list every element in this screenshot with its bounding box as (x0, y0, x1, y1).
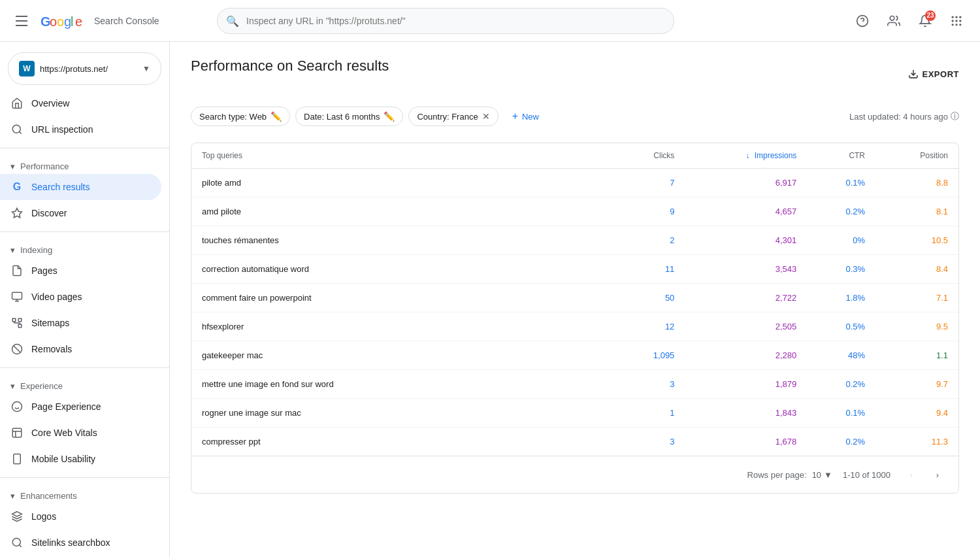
product-name-label: Search Console (94, 16, 159, 26)
cell-clicks: 3 (613, 370, 685, 399)
cell-query: pilote amd (191, 169, 613, 197)
filter-search-type-label: Search type: Web (199, 112, 267, 122)
sidebar-experience-section[interactable]: ▾ Experience (0, 373, 169, 394)
table-row[interactable]: touches rémanentes 2 4,301 0% 10.5 (191, 226, 958, 255)
apps-button[interactable] (943, 8, 970, 34)
rows-dropdown-arrow: ▼ (824, 470, 832, 480)
rows-per-page-select[interactable]: 10 ▼ (812, 470, 832, 480)
col-ctr[interactable]: CTR (807, 143, 875, 169)
file-icon (10, 264, 24, 277)
sidebar-item-pages[interactable]: Pages (0, 258, 161, 284)
cell-position: 8.4 (875, 255, 958, 284)
sidebar-item-logos[interactable]: Logos (0, 503, 161, 530)
google-g-icon: G (10, 180, 24, 194)
sidebar-item-search-results[interactable]: G Search results (0, 174, 161, 200)
filter-date[interactable]: Date: Last 6 months ✏️ (295, 107, 403, 126)
svg-point-9 (952, 16, 954, 18)
svg-rect-26 (18, 318, 22, 322)
cell-query: hfsexplorer (191, 312, 613, 341)
property-dropdown-arrow: ▼ (142, 64, 150, 73)
cell-query: amd pilote (191, 197, 613, 226)
svg-text:l: l (71, 14, 73, 29)
add-icon: + (512, 110, 518, 122)
sidebar-item-removals[interactable]: Removals (0, 336, 161, 362)
sidebar-item-sitelinks-searchbox[interactable]: Sitelinks searchbox (0, 530, 161, 556)
sidebar: W https://protuts.net/ ▼ Overview URL in… (0, 42, 170, 557)
enhancements-collapse-icon: ▾ (10, 491, 15, 501)
url-search-input[interactable] (217, 8, 674, 34)
table-row[interactable]: pilote amd 7 6,917 0.1% 8.8 (191, 169, 958, 197)
prev-page-button[interactable]: ‹ (901, 464, 922, 485)
sidebar-video-pages-label: Video pages (31, 292, 82, 302)
filter-search-type[interactable]: Search type: Web ✏️ (191, 107, 290, 126)
sidebar-item-discover[interactable]: Discover (0, 200, 161, 226)
sidebar-item-page-experience[interactable]: Page Experience (0, 394, 161, 420)
main-content: Performance on Search results EXPORT Sea… (170, 42, 980, 557)
nav-divider-3 (0, 367, 169, 368)
sidebar-item-core-web-vitals[interactable]: Core Web Vitals (0, 420, 161, 446)
cell-position: 7.1 (875, 284, 958, 312)
export-icon (908, 69, 919, 79)
country-remove-icon[interactable]: ✕ (482, 111, 490, 122)
col-impressions[interactable]: ↓ Impressions (685, 143, 807, 169)
col-position[interactable]: Position (875, 143, 958, 169)
table-row[interactable]: comment faire un powerpoint 50 2,722 1.8… (191, 284, 958, 312)
pagination: Rows per page: 10 ▼ 1-10 of 1000 ‹ › (191, 456, 958, 493)
cell-position: 9.7 (875, 370, 958, 399)
sidebar-item-url-inspection[interactable]: URL inspection (0, 116, 161, 143)
rows-per-page-label: Rows per page: (747, 470, 807, 480)
sidebar-pages-label: Pages (31, 265, 57, 276)
svg-point-16 (955, 24, 957, 25)
table-row[interactable]: mettre une image en fond sur word 3 1,87… (191, 370, 958, 399)
cell-ctr: 0.5% (807, 312, 875, 341)
notifications-button[interactable]: 23 (912, 8, 938, 34)
next-page-button[interactable]: › (927, 464, 948, 485)
video-icon (10, 290, 24, 303)
table-row[interactable]: rogner une image sur mac 1 1,843 0.1% 9.… (191, 399, 958, 428)
new-filter-label: New (522, 112, 539, 122)
cell-query: comment faire un powerpoint (191, 284, 613, 312)
cell-ctr: 0.3% (807, 255, 875, 284)
table-row[interactable]: amd pilote 9 4,657 0.2% 8.1 (191, 197, 958, 226)
cell-query: gatekeeper mac (191, 341, 613, 370)
sitemap-icon (10, 316, 24, 329)
table-row[interactable]: hfsexplorer 12 2,505 0.5% 9.5 (191, 312, 958, 341)
col-clicks[interactable]: Clicks (613, 143, 685, 169)
cell-impressions: 6,917 (685, 169, 807, 197)
help-button[interactable] (849, 8, 875, 34)
logos-icon (10, 510, 24, 523)
page-navigation: ‹ › (901, 464, 948, 485)
table-row[interactable]: compresser ppt 3 1,678 0.2% 11.3 (191, 428, 958, 456)
property-selector[interactable]: W https://protuts.net/ ▼ (8, 52, 161, 85)
sidebar-indexing-section[interactable]: ▾ Indexing (0, 237, 169, 258)
sidebar-item-sitemaps[interactable]: Sitemaps (0, 310, 161, 336)
sidebar-search-results-label: Search results (31, 182, 90, 192)
sidebar-item-overview[interactable]: Overview (0, 90, 161, 116)
cell-position: 1.1 (875, 341, 958, 370)
users-button[interactable] (881, 8, 907, 34)
sidebar-enhancements-section[interactable]: ▾ Enhancements (0, 483, 169, 503)
url-search-bar[interactable]: 🔍 (217, 8, 674, 34)
search-nav-icon (10, 123, 24, 136)
sidebar-performance-section[interactable]: ▾ Performance (0, 154, 169, 174)
impressions-sort-arrow: ↓ (745, 151, 749, 160)
cell-position: 9.5 (875, 312, 958, 341)
cell-clicks: 1 (613, 399, 685, 428)
sidebar-item-video-pages[interactable]: Video pages (0, 284, 161, 310)
svg-line-40 (19, 545, 21, 547)
filter-country[interactable]: Country: France ✕ (408, 107, 498, 126)
sidebar-logos-label: Logos (31, 511, 56, 522)
table-row[interactable]: correction automatique word 11 3,543 0.3… (191, 255, 958, 284)
add-filter-button[interactable]: + New (504, 106, 547, 127)
col-query: Top queries (191, 143, 613, 169)
svg-rect-21 (12, 292, 22, 299)
sidebar-item-mobile-usability[interactable]: Mobile Usability (0, 446, 161, 472)
table-row[interactable]: gatekeeper mac 1,095 2,280 48% 1.1 (191, 341, 958, 370)
cell-impressions: 2,505 (685, 312, 807, 341)
svg-rect-35 (12, 428, 22, 437)
menu-icon[interactable] (10, 10, 33, 31)
svg-marker-20 (12, 209, 22, 218)
last-updated: Last updated: 4 hours ago ⓘ (849, 110, 959, 122)
cell-clicks: 3 (613, 428, 685, 456)
export-button[interactable]: EXPORT (908, 69, 959, 79)
